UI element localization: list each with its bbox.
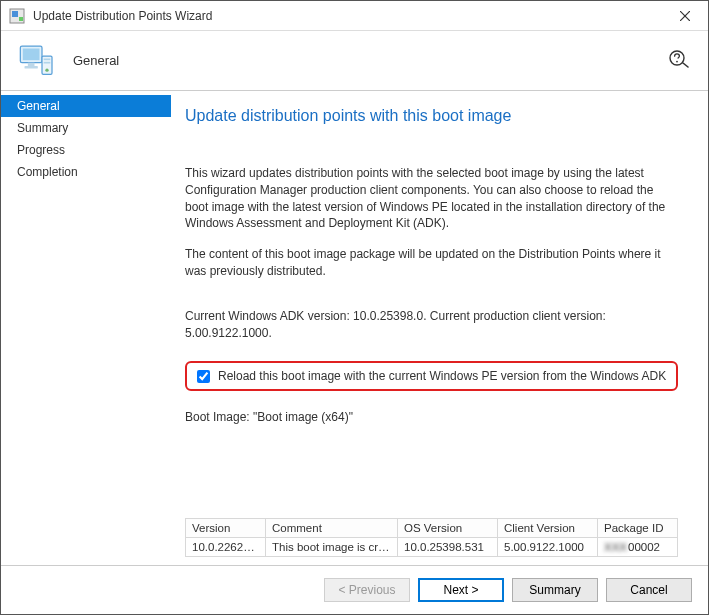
cell-comment: This boot image is create... — [266, 538, 398, 557]
sidebar-item-label: Completion — [17, 165, 78, 179]
svg-rect-8 — [25, 66, 38, 69]
svg-point-14 — [676, 61, 678, 63]
svg-point-13 — [670, 51, 684, 65]
computer-icon — [17, 41, 57, 81]
package-id-hidden: XXX — [604, 541, 627, 553]
wizard-nav: General Summary Progress Completion — [1, 91, 171, 565]
next-button[interactable]: Next > — [418, 578, 504, 602]
reload-checkbox-row: Reload this boot image with the current … — [185, 361, 678, 391]
svg-rect-2 — [19, 17, 23, 21]
col-package-id[interactable]: Package ID — [598, 519, 678, 538]
sidebar-item-label: Summary — [17, 121, 68, 135]
cancel-button[interactable]: Cancel — [606, 578, 692, 602]
cell-client-version: 5.00.9122.1000 — [498, 538, 598, 557]
close-button[interactable] — [670, 1, 700, 31]
svg-rect-11 — [44, 61, 51, 63]
wizard-content: Update distribution points with this boo… — [171, 91, 708, 565]
app-icon — [9, 8, 25, 24]
reload-checkbox-label[interactable]: Reload this boot image with the current … — [218, 369, 666, 383]
svg-point-12 — [45, 68, 48, 71]
boot-image-grid: Version Comment OS Version Client Versio… — [185, 518, 678, 557]
package-id-suffix: 00002 — [628, 541, 660, 553]
wizard-body: General Summary Progress Completion Upda… — [1, 91, 708, 565]
sidebar-item-summary[interactable]: Summary — [1, 117, 171, 139]
cell-package-id: XXX00002 — [598, 538, 678, 557]
summary-button[interactable]: Summary — [512, 578, 598, 602]
boot-image-grid-wrap: Version Comment OS Version Client Versio… — [185, 518, 678, 557]
cell-os-version: 10.0.25398.531 — [398, 538, 498, 557]
page-title: General — [73, 53, 119, 68]
sidebar-item-label: Progress — [17, 143, 65, 157]
col-os-version[interactable]: OS Version — [398, 519, 498, 538]
window-title: Update Distribution Points Wizard — [33, 9, 670, 23]
sidebar-item-general[interactable]: General — [1, 95, 171, 117]
svg-rect-6 — [23, 48, 40, 60]
content-heading: Update distribution points with this boo… — [185, 107, 678, 125]
svg-rect-1 — [12, 11, 18, 17]
grid-header-row: Version Comment OS Version Client Versio… — [186, 519, 678, 538]
versions-line: Current Windows ADK version: 10.0.25398.… — [185, 308, 678, 342]
svg-rect-10 — [44, 58, 51, 60]
col-version[interactable]: Version — [186, 519, 266, 538]
table-row[interactable]: 10.0.22621.1 This boot image is create..… — [186, 538, 678, 557]
previous-button: < Previous — [324, 578, 410, 602]
cell-version: 10.0.22621.1 — [186, 538, 266, 557]
titlebar: Update Distribution Points Wizard — [1, 1, 708, 31]
wizard-header: General — [1, 31, 708, 91]
col-client-version[interactable]: Client Version — [498, 519, 598, 538]
reload-checkbox[interactable] — [197, 370, 210, 383]
boot-image-line: Boot Image: "Boot image (x64)" — [185, 409, 678, 426]
sidebar-item-label: General — [17, 99, 60, 113]
col-comment[interactable]: Comment — [266, 519, 398, 538]
help-icon[interactable] — [668, 49, 692, 76]
wizard-buttons: < Previous Next > Summary Cancel — [1, 565, 708, 614]
svg-rect-7 — [28, 62, 35, 65]
intro-paragraph-2: The content of this boot image package w… — [185, 246, 678, 280]
intro-paragraph-1: This wizard updates distribution points … — [185, 165, 678, 232]
sidebar-item-progress[interactable]: Progress — [1, 139, 171, 161]
sidebar-item-completion[interactable]: Completion — [1, 161, 171, 183]
wizard-window: Update Distribution Points Wizard Genera… — [0, 0, 709, 615]
